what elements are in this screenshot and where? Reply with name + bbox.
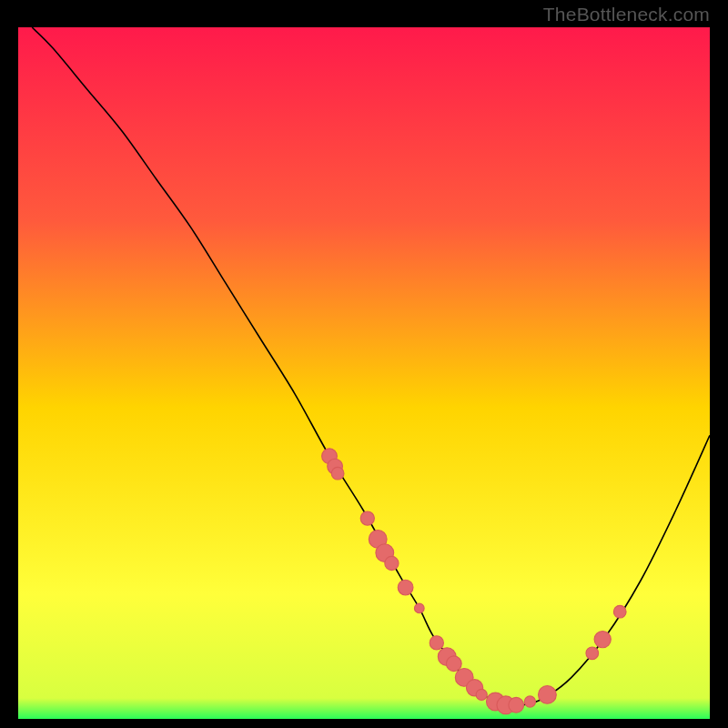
curve-marker	[331, 467, 344, 480]
curve-marker	[613, 605, 626, 618]
curve-marker	[414, 603, 424, 613]
watermark-text: TheBottleneck.com	[543, 4, 710, 25]
curve-marker	[476, 689, 487, 700]
curve-marker	[539, 686, 557, 704]
curve-marker	[524, 696, 535, 707]
bottleneck-chart	[18, 27, 710, 719]
curve-marker	[594, 631, 611, 647]
curve-marker	[385, 556, 399, 570]
chart-frame	[18, 27, 710, 719]
curve-marker	[430, 636, 443, 650]
curve-marker	[398, 580, 413, 595]
curve-marker	[586, 647, 599, 660]
curve-marker	[509, 697, 524, 713]
curve-marker	[360, 511, 374, 525]
curve-marker	[446, 656, 461, 672]
